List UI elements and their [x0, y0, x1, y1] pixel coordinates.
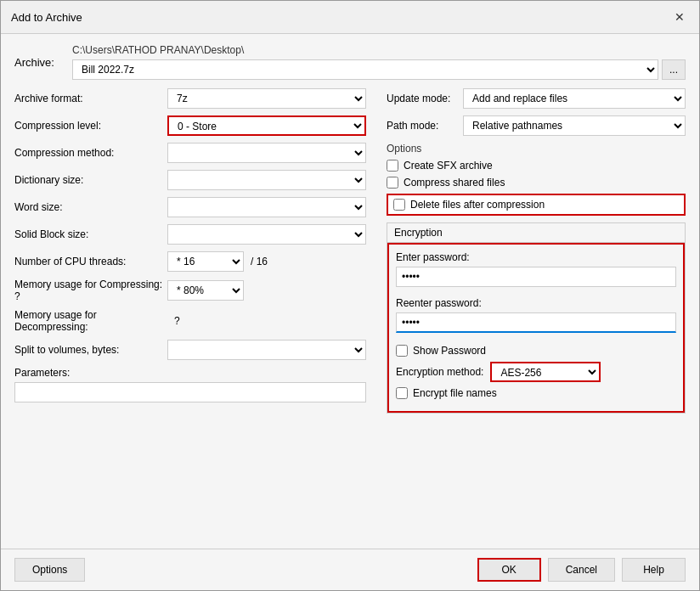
archive-format-select[interactable]: 7z	[167, 88, 366, 109]
word-size-select[interactable]	[167, 197, 366, 217]
compression-level-select[interactable]: 0 - Store	[167, 115, 366, 136]
path-mode-select[interactable]: Relative pathnames	[463, 115, 686, 136]
compression-method-select[interactable]	[167, 143, 366, 163]
archive-label: Archive:	[14, 56, 65, 69]
left-column: Archive format: 7z Compression level: 0 …	[14, 88, 380, 414]
archive-label-text: Archive:	[14, 56, 54, 69]
options-section-label: Options	[387, 143, 686, 155]
word-size-control	[167, 197, 366, 217]
compression-level-row: Compression level: 0 - Store	[14, 115, 366, 136]
dialog-footer: Options OK Cancel Help	[1, 549, 699, 590]
solid-block-size-control	[167, 224, 366, 245]
split-volumes-label: Split to volumes, bytes:	[14, 344, 167, 356]
archive-inputs: C:\Users\RATHOD PRANAY\Desktop\ Bill 202…	[72, 44, 686, 80]
path-mode-label: Path mode:	[387, 120, 463, 132]
footer-left: Options	[14, 558, 85, 582]
dialog-content: Archive: C:\Users\RATHOD PRANAY\Desktop\…	[1, 34, 699, 549]
reenter-password-input[interactable]	[396, 312, 676, 333]
show-password-label: Show Password	[413, 345, 486, 357]
solid-block-size-label: Solid Block size:	[14, 228, 167, 240]
enter-password-input[interactable]	[396, 267, 676, 287]
archive-format-label: Archive format:	[14, 93, 167, 104]
cpu-threads-row: Number of CPU threads: * 16 / 16	[14, 251, 366, 272]
dialog-title: Add to Archive	[11, 11, 82, 24]
encryption-method-label: Encryption method:	[396, 366, 483, 378]
cpu-threads-total: / 16	[251, 256, 268, 267]
solid-block-size-select[interactable]	[167, 224, 366, 245]
encryption-section: Encryption Enter password: Reenter passw…	[387, 222, 686, 414]
parameters-input[interactable]	[14, 382, 366, 402]
options-button[interactable]: Options	[14, 558, 85, 582]
browse-button[interactable]: ...	[662, 59, 686, 80]
archive-path: C:\Users\RATHOD PRANAY\Desktop\	[72, 44, 686, 56]
update-mode-row: Update mode: Add and replace files	[387, 88, 686, 109]
delete-files-row: Delete files after compression	[387, 194, 686, 216]
split-volumes-control	[167, 340, 366, 360]
encrypt-names-row: Encrypt file names	[396, 387, 676, 399]
memory-compress-label: Memory usage for Compressing: ?	[14, 279, 167, 302]
two-column-layout: Archive format: 7z Compression level: 0 …	[14, 88, 686, 414]
create-sfx-row: Create SFX archive	[387, 160, 686, 172]
parameters-section: Parameters:	[14, 367, 366, 402]
compress-shared-row: Compress shared files	[387, 177, 686, 189]
create-sfx-label: Create SFX archive	[404, 160, 493, 172]
split-volumes-row: Split to volumes, bytes:	[14, 340, 366, 360]
path-mode-row: Path mode: Relative pathnames	[387, 115, 686, 136]
memory-decompress-question: ?	[174, 315, 180, 327]
create-sfx-checkbox[interactable]	[387, 160, 398, 172]
add-to-archive-dialog: Add to Archive ✕ Archive: C:\Users\RATHO…	[0, 0, 700, 591]
encryption-title: Encryption	[387, 223, 685, 243]
cpu-threads-label: Number of CPU threads:	[14, 256, 167, 267]
update-mode-select[interactable]: Add and replace files	[463, 88, 686, 109]
close-button[interactable]: ✕	[670, 8, 689, 26]
compression-method-row: Compression method:	[14, 143, 366, 163]
archive-format-control: 7z	[167, 88, 366, 109]
encrypt-names-checkbox[interactable]	[396, 387, 408, 399]
compress-shared-label: Compress shared files	[404, 177, 505, 189]
memory-decompress-label: Memory usage for Decompressing:	[14, 309, 167, 333]
right-column: Update mode: Add and replace files Path …	[380, 88, 686, 414]
title-bar: Add to Archive ✕	[1, 1, 699, 34]
help-button[interactable]: Help	[622, 558, 686, 582]
split-volumes-select[interactable]	[167, 340, 366, 360]
dictionary-size-control	[167, 170, 366, 190]
cancel-button[interactable]: Cancel	[548, 558, 615, 582]
memory-compress-question: ?	[14, 290, 20, 302]
footer-right: OK Cancel Help	[477, 558, 686, 582]
archive-format-row: Archive format: 7z	[14, 88, 366, 109]
show-password-checkbox[interactable]	[396, 345, 408, 357]
dictionary-size-label: Dictionary size:	[14, 174, 167, 186]
dictionary-size-select[interactable]	[167, 170, 366, 190]
solid-block-size-row: Solid Block size:	[14, 224, 366, 245]
delete-files-label: Delete files after compression	[410, 199, 545, 211]
parameters-label: Parameters:	[14, 367, 366, 379]
compress-shared-checkbox[interactable]	[387, 177, 398, 189]
memory-compress-row: Memory usage for Compressing: ? * 80%	[14, 279, 366, 302]
ok-button[interactable]: OK	[477, 558, 541, 582]
update-mode-label: Update mode:	[387, 93, 463, 104]
cpu-threads-select[interactable]: * 16	[167, 251, 244, 272]
compression-method-label: Compression method:	[14, 147, 167, 159]
encryption-body: Enter password: Reenter password: Show P…	[387, 243, 685, 413]
memory-decompress-row: Memory usage for Decompressing: ?	[14, 309, 366, 333]
encryption-method-row: Encryption method: AES-256	[396, 362, 676, 382]
delete-files-checkbox[interactable]	[393, 199, 405, 211]
archive-row: Archive: C:\Users\RATHOD PRANAY\Desktop\…	[14, 44, 686, 80]
dictionary-size-row: Dictionary size:	[14, 170, 366, 190]
word-size-row: Word size:	[14, 197, 366, 217]
encrypt-names-label: Encrypt file names	[413, 387, 497, 399]
memory-compress-select[interactable]: * 80%	[167, 280, 244, 301]
enter-password-label: Enter password:	[396, 251, 676, 263]
archive-filename-select[interactable]: Bill 2022.7z	[72, 59, 658, 80]
options-section: Options Create SFX archive Compress shar…	[387, 143, 686, 216]
compression-method-control	[167, 143, 366, 163]
show-password-row: Show Password	[396, 345, 676, 357]
encryption-method-select[interactable]: AES-256	[490, 362, 601, 382]
compression-level-control: 0 - Store	[167, 115, 366, 136]
compression-level-label: Compression level:	[14, 120, 167, 132]
archive-file-row: Bill 2022.7z ...	[72, 59, 686, 80]
word-size-label: Word size:	[14, 201, 167, 213]
reenter-password-label: Reenter password:	[396, 297, 676, 309]
